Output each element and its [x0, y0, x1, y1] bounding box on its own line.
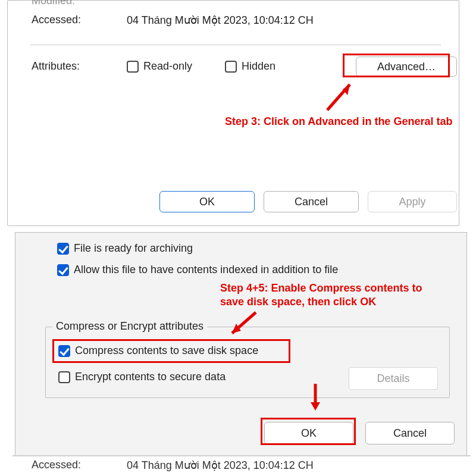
- readonly-label: Read-only: [143, 60, 192, 73]
- accessed-value: 04 Tháng Mười Một 2023, 10:04:12 CH: [127, 14, 314, 27]
- index-checkbox[interactable]: Allow this file to have contents indexed…: [57, 264, 338, 276]
- attributes-label: Attributes:: [32, 60, 80, 72]
- ok-button[interactable]: OK: [159, 191, 255, 212]
- archive-checkbox[interactable]: File is ready for archiving: [57, 242, 193, 255]
- hidden-checkbox[interactable]: Hidden: [225, 60, 275, 73]
- index-label: Allow this file to have contents indexed…: [74, 264, 338, 276]
- cancel-button[interactable]: Cancel: [264, 191, 359, 212]
- svg-marker-2: [311, 402, 320, 411]
- arrow-step3: [321, 77, 369, 113]
- hidden-label: Hidden: [242, 60, 275, 73]
- apply-button[interactable]: Apply: [368, 191, 457, 212]
- arrow-step45-b: [300, 381, 330, 416]
- annotation-step3: Step 3: Click on Advanced in the General…: [225, 115, 469, 129]
- highlight-advanced: [343, 54, 450, 77]
- accessed-label: Accessed:: [32, 14, 81, 26]
- archive-label: File is ready for archiving: [74, 242, 193, 255]
- readonly-checkbox[interactable]: Read-only: [127, 60, 192, 73]
- properties-dialog-top: Modified: Accessed: 04 Tháng Mười Một 20…: [7, 0, 459, 226]
- highlight-ok: [261, 418, 356, 445]
- details-button[interactable]: Details: [349, 367, 438, 390]
- encrypt-label: Encrypt contents to secure data: [75, 371, 226, 383]
- divider: [30, 45, 441, 45]
- highlight-compress: [52, 339, 290, 363]
- encrypt-checkbox[interactable]: Encrypt contents to secure data: [58, 371, 226, 383]
- compress-encrypt-legend: Compress or Encrypt attributes: [52, 320, 207, 333]
- annotation-step45: Step 4+5: Enable Compress contents to sa…: [220, 281, 458, 308]
- accessed-value-cut: 04 Tháng Mười Một 2023, 10:04:12 CH: [127, 459, 314, 472]
- accessed-label-cut: Accessed:: [32, 459, 81, 471]
- advanced-cancel-button[interactable]: Cancel: [365, 422, 455, 444]
- arrow-step45-a: [223, 309, 265, 339]
- modified-label: Modified:: [32, 0, 75, 7]
